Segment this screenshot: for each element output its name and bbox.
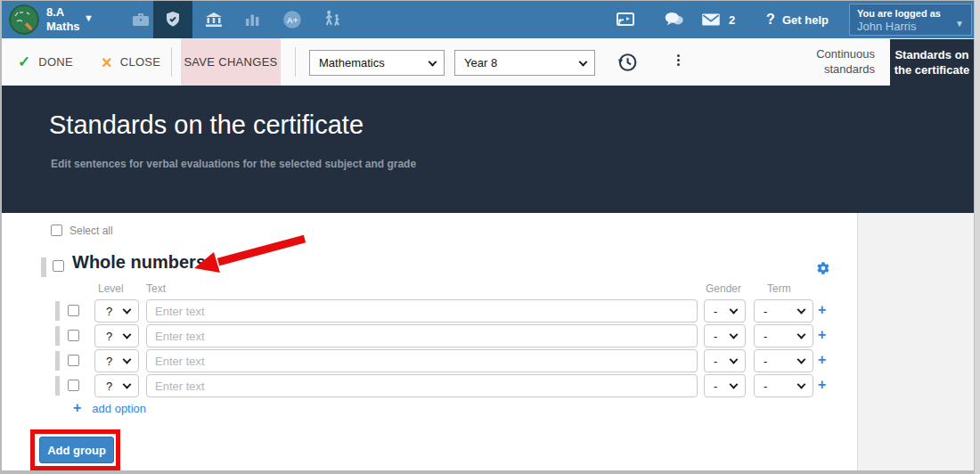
plus-icon[interactable]: + bbox=[818, 303, 826, 317]
svg-text:A+: A+ bbox=[287, 15, 298, 25]
level-select[interactable]: ? bbox=[94, 299, 139, 323]
select-all-checkbox[interactable] bbox=[51, 225, 62, 236]
done-button[interactable]: ✓ DONE bbox=[18, 38, 73, 86]
level-select-control[interactable]: ? bbox=[95, 375, 138, 396]
row-drag-handle[interactable] bbox=[55, 301, 60, 321]
level-select[interactable]: ? bbox=[94, 324, 139, 347]
row-text-input[interactable] bbox=[146, 374, 698, 397]
row-drag-handle[interactable] bbox=[55, 376, 60, 396]
class-avatar[interactable] bbox=[9, 4, 39, 35]
page-title: Standards on the certificate bbox=[49, 110, 363, 140]
close-label: CLOSE bbox=[120, 55, 161, 69]
level-select-control[interactable]: ? bbox=[95, 325, 138, 347]
row-checkbox[interactable] bbox=[68, 330, 79, 341]
add-group-button[interactable]: Add group bbox=[39, 437, 114, 463]
option-rows: ? - - + ? bbox=[2, 299, 857, 399]
action-toolbar: ✓ DONE × CLOSE SAVE CHANGES Mathematics … bbox=[2, 38, 974, 86]
user-name: John Harris bbox=[857, 20, 964, 33]
row-checkbox[interactable] bbox=[68, 380, 79, 391]
scrollbar[interactable] bbox=[974, 0, 980, 474]
group-drag-handle[interactable] bbox=[41, 257, 46, 277]
gender-select-control[interactable]: - bbox=[705, 325, 745, 347]
term-select[interactable]: - bbox=[754, 299, 813, 323]
subject-select[interactable]: Mathematics bbox=[309, 50, 445, 76]
level-select[interactable]: ? bbox=[94, 349, 139, 372]
gender-select-control[interactable]: - bbox=[705, 300, 745, 322]
shield-check-icon[interactable] bbox=[153, 1, 192, 38]
mail-icon[interactable] bbox=[697, 1, 725, 38]
row-drag-handle[interactable] bbox=[55, 351, 60, 371]
term-select-control[interactable]: - bbox=[755, 300, 813, 322]
mail-count-badge: 2 bbox=[729, 13, 735, 27]
group-title: Whole numbers bbox=[72, 252, 206, 273]
checkmark-icon: ✓ bbox=[18, 53, 30, 71]
class-selector[interactable]: 8.A Maths bbox=[46, 5, 80, 34]
class-subject: Maths bbox=[46, 20, 80, 34]
cast-icon[interactable] bbox=[610, 1, 641, 38]
grade-select[interactable]: Year 8 bbox=[454, 50, 595, 76]
gender-select[interactable]: - bbox=[704, 299, 746, 323]
class-name: 8.A bbox=[46, 5, 80, 20]
gender-select[interactable]: - bbox=[704, 374, 746, 397]
gender-select-control[interactable]: - bbox=[705, 350, 745, 372]
right-panel bbox=[857, 213, 974, 470]
column-header-term: Term bbox=[767, 282, 791, 295]
close-icon: × bbox=[102, 53, 112, 71]
chat-icon[interactable] bbox=[659, 1, 690, 38]
logged-as-label: You are logged as bbox=[857, 7, 964, 20]
gender-select-control[interactable]: - bbox=[705, 375, 745, 396]
page-header: Standards on the certificate Edit senten… bbox=[2, 86, 974, 213]
gender-select[interactable]: - bbox=[704, 349, 746, 372]
school-icon[interactable] bbox=[198, 1, 230, 38]
grades-badge-icon[interactable]: A+ bbox=[275, 1, 309, 38]
column-header-text: Text bbox=[146, 282, 166, 295]
gear-icon[interactable] bbox=[816, 261, 830, 275]
level-select-control[interactable]: ? bbox=[95, 350, 138, 372]
term-select-control[interactable]: - bbox=[755, 325, 813, 347]
top-navbar: 8.A Maths ▼ bbox=[2, 1, 974, 38]
level-select-control[interactable]: ? bbox=[95, 300, 138, 322]
plus-icon[interactable]: + bbox=[818, 378, 826, 392]
close-button[interactable]: × CLOSE bbox=[102, 38, 160, 86]
divider bbox=[171, 47, 172, 77]
save-changes-button[interactable]: SAVE CHANGES bbox=[181, 38, 281, 86]
level-select[interactable]: ? bbox=[94, 374, 139, 397]
tab-continuous-standards[interactable]: Continuous standards bbox=[786, 46, 875, 77]
subject-select-control[interactable]: Mathematics bbox=[310, 51, 444, 75]
chevron-down-icon[interactable]: ▼ bbox=[84, 12, 94, 23]
plus-icon[interactable]: + bbox=[818, 353, 826, 367]
chevron-down-icon[interactable]: ▼ bbox=[955, 19, 964, 29]
select-all-label: Select all bbox=[69, 225, 113, 237]
row-checkbox[interactable] bbox=[68, 355, 79, 366]
bar-chart-icon[interactable] bbox=[236, 1, 268, 38]
briefcase-icon[interactable] bbox=[125, 1, 157, 38]
students-icon[interactable] bbox=[314, 1, 351, 38]
help-icon[interactable]: ? bbox=[766, 12, 775, 28]
group-checkbox[interactable] bbox=[53, 260, 64, 272]
plus-icon[interactable]: + bbox=[818, 328, 826, 342]
column-header-gender: Gender bbox=[706, 282, 741, 295]
grade-select-control[interactable]: Year 8 bbox=[455, 51, 594, 75]
add-option-link[interactable]: +add option bbox=[73, 400, 146, 416]
term-select-control[interactable]: - bbox=[755, 375, 813, 396]
get-help-link[interactable]: Get help bbox=[782, 13, 829, 27]
gender-select[interactable]: - bbox=[704, 324, 746, 347]
main-content: Select all Whole numbers Level Text Gend… bbox=[2, 213, 974, 470]
done-label: DONE bbox=[38, 55, 73, 69]
row-text-input[interactable] bbox=[146, 324, 698, 347]
term-select[interactable]: - bbox=[754, 374, 813, 397]
more-options-icon[interactable] bbox=[674, 53, 682, 74]
tab-standards-on-certificate[interactable]: Standards on the certificate bbox=[890, 39, 974, 86]
history-icon[interactable] bbox=[615, 50, 640, 75]
row-text-input[interactable] bbox=[146, 299, 698, 323]
term-select[interactable]: - bbox=[754, 324, 813, 347]
row-checkbox[interactable] bbox=[68, 305, 79, 316]
table-row: ? - - + bbox=[2, 349, 857, 374]
term-select-control[interactable]: - bbox=[755, 350, 813, 372]
user-menu[interactable]: You are logged as John Harris ▼ bbox=[849, 4, 972, 36]
row-drag-handle[interactable] bbox=[55, 326, 60, 346]
term-select[interactable]: - bbox=[754, 349, 813, 372]
app-window: 8.A Maths ▼ bbox=[2, 1, 974, 470]
row-text-input[interactable] bbox=[146, 349, 698, 372]
page-subtitle: Edit sentences for verbal evaluations fo… bbox=[51, 158, 416, 170]
